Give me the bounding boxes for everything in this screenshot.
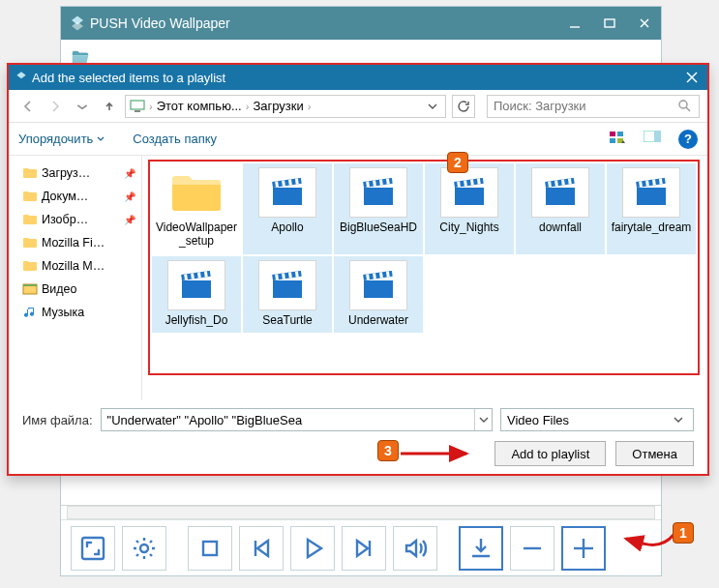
file-label: City_Nights — [439, 221, 498, 235]
file-item[interactable]: City_Nights — [425, 163, 514, 254]
remove-button[interactable] — [510, 526, 554, 571]
sidebar-item[interactable]: Загруз…📌 — [11, 162, 139, 185]
svg-rect-50 — [637, 188, 666, 205]
file-label: Apollo — [271, 221, 303, 235]
video-file-icon — [258, 260, 316, 310]
file-item[interactable]: Underwater — [334, 256, 423, 334]
search-box[interactable] — [487, 95, 700, 118]
settings-button[interactable] — [122, 526, 166, 571]
maximize-button[interactable] — [601, 15, 618, 32]
filename-combobox[interactable] — [101, 408, 493, 431]
sidebar-item[interactable]: Изобр…📌 — [11, 208, 139, 231]
file-item[interactable]: Apollo — [243, 163, 332, 254]
arrow-3 — [397, 448, 474, 459]
previous-button[interactable] — [239, 526, 284, 571]
help-button[interactable]: ? — [678, 130, 698, 149]
next-button[interactable] — [342, 526, 386, 571]
svg-rect-14 — [131, 101, 144, 109]
nav-back-button[interactable] — [16, 95, 40, 118]
sidebar-item[interactable]: Музыка — [11, 301, 139, 324]
organize-button[interactable]: Упорядочить — [18, 132, 105, 146]
svg-rect-6 — [203, 542, 217, 555]
dialog-titlebar[interactable]: Add the selected items to a playlist — [9, 65, 707, 90]
nav-up-button[interactable] — [98, 95, 121, 118]
breadcrumb-dropdown-button[interactable] — [424, 98, 441, 115]
playlist-scrollbar[interactable] — [67, 506, 655, 519]
svg-rect-56 — [182, 280, 211, 298]
sidebar-item-label: Докум… — [42, 190, 88, 203]
sidebar-item[interactable]: Видео — [11, 278, 139, 301]
download-button[interactable] — [459, 526, 503, 571]
close-button[interactable] — [636, 15, 653, 32]
sidebar-item[interactable]: Докум…📌 — [11, 185, 139, 208]
file-item[interactable]: VideoWallpaper_setup — [152, 163, 241, 254]
file-item[interactable]: BigBlueSeaHD — [334, 163, 423, 254]
nav-forward-button[interactable] — [44, 95, 67, 118]
svg-rect-32 — [364, 188, 393, 205]
file-item[interactable]: downfall — [516, 163, 605, 254]
main-title: PUSH Video Wallpaper — [86, 15, 566, 31]
play-button[interactable] — [290, 526, 335, 571]
video-file-icon — [167, 260, 225, 310]
svg-rect-15 — [135, 110, 140, 112]
add-to-playlist-button[interactable]: Add to playlist — [494, 441, 606, 466]
callout-3: 3 — [377, 440, 399, 461]
view-options-button[interactable] — [609, 131, 626, 148]
sidebar-item-label: Mozilla M… — [42, 259, 105, 273]
callout-2: 2 — [447, 152, 468, 173]
filetype-filter[interactable]: Video Files — [500, 408, 694, 431]
dialog-toolbar: Упорядочить Создать папку ? — [9, 123, 707, 156]
video-file-icon — [440, 167, 498, 218]
svg-rect-44 — [546, 188, 575, 205]
file-label: VideoWallpaper_setup — [154, 221, 239, 249]
filter-dropdown-button[interactable] — [670, 409, 687, 430]
svg-point-16 — [679, 101, 687, 108]
dialog-close-button[interactable] — [682, 68, 702, 87]
pin-icon: 📌 — [124, 168, 139, 179]
video-file-icon — [622, 167, 680, 218]
svg-rect-19 — [617, 132, 623, 136]
stop-button[interactable] — [188, 526, 232, 571]
preview-pane-button[interactable] — [644, 131, 661, 148]
file-label: Underwater — [348, 314, 408, 328]
file-label: BigBlueSeaHD — [340, 221, 417, 235]
svg-rect-1 — [605, 19, 614, 27]
breadcrumb-item[interactable]: Загрузки — [253, 99, 303, 113]
filename-dropdown-button[interactable] — [474, 409, 492, 430]
breadcrumb-item[interactable]: Этот компью... — [157, 99, 242, 113]
minimize-button[interactable] — [566, 15, 584, 32]
file-item[interactable]: fairytale_dream — [607, 163, 696, 254]
fullscreen-button[interactable] — [71, 526, 115, 571]
sidebar-item[interactable]: Mozilla Fi… — [11, 231, 139, 254]
filename-label: Имя файла: — [22, 413, 93, 427]
file-label: Jellyfish_Do — [165, 314, 228, 328]
svg-rect-20 — [610, 138, 615, 143]
file-label: downfall — [539, 221, 582, 235]
player-controls — [61, 519, 661, 575]
nav-recent-button[interactable] — [71, 95, 94, 118]
sidebar-item-label: Музыка — [42, 306, 84, 319]
search-input[interactable] — [494, 99, 677, 113]
file-area[interactable]: VideoWallpaper_setupApolloBigBlueSeaHDCi… — [142, 156, 707, 400]
refresh-button[interactable] — [452, 95, 475, 118]
dialog-footer: Имя файла: Video Files Add to playlist О… — [9, 400, 707, 474]
folder-icon — [166, 167, 226, 218]
new-folder-button[interactable]: Создать папку — [133, 132, 217, 146]
filename-input[interactable] — [102, 413, 474, 427]
file-item[interactable]: SeaTurtle — [243, 256, 332, 334]
filter-label: Video Files — [507, 413, 569, 427]
main-titlebar[interactable]: PUSH Video Wallpaper — [61, 7, 661, 40]
dialog-icon — [15, 71, 28, 84]
sidebar: Загруз…📌Докум…📌Изобр…📌Mozilla Fi…Mozilla… — [9, 156, 142, 400]
cancel-button[interactable]: Отмена — [615, 441, 694, 466]
breadcrumb[interactable]: › Этот компью... › Загрузки › — [125, 95, 446, 118]
add-button[interactable] — [561, 526, 606, 571]
file-label: SeaTurtle — [262, 314, 313, 328]
svg-rect-25 — [23, 284, 37, 286]
file-item[interactable]: Jellyfish_Do — [152, 256, 241, 334]
sidebar-item[interactable]: Mozilla M… — [11, 254, 139, 278]
svg-rect-4 — [82, 538, 104, 559]
dialog-title: Add the selected items to a playlist — [28, 71, 682, 85]
search-icon — [677, 99, 693, 114]
volume-button[interactable] — [393, 526, 437, 571]
